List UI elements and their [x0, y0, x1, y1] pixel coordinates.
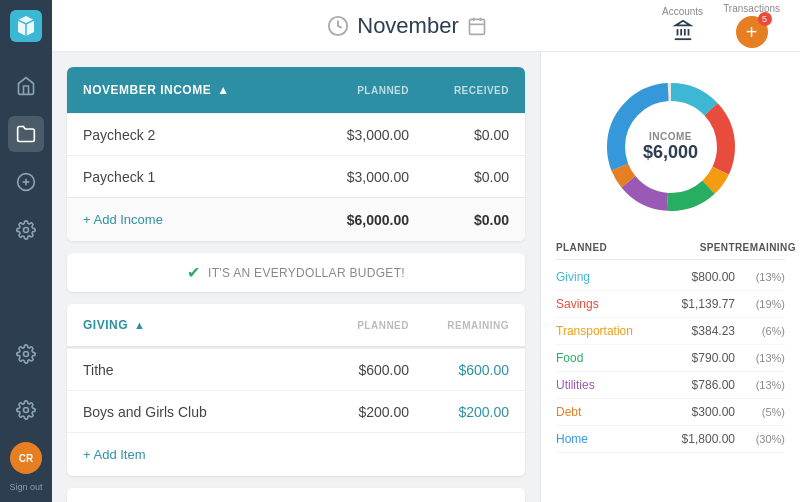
summary-spent-transportation: $384.23	[665, 324, 735, 338]
summary-pct-home: (30%)	[735, 433, 785, 445]
accounts-button[interactable]: Accounts	[662, 6, 703, 45]
donut-amount: $6,000	[643, 142, 698, 162]
giving-chevron-icon[interactable]: ▲	[134, 319, 145, 331]
summary-name-header	[626, 242, 665, 253]
list-item: Debt $300.00 (5%)	[556, 399, 785, 426]
left-panel: NOVEMBER INCOME ▲ PLANNED RECEIVED Paych…	[52, 52, 540, 502]
giving-add-row: + Add Item	[67, 432, 525, 476]
add-giving-link[interactable]: + Add Item	[83, 447, 146, 462]
signout-link[interactable]: Sign out	[9, 482, 42, 492]
row-planned: $200.00	[309, 404, 409, 420]
accounts-label: Accounts	[662, 6, 703, 17]
row-received: $0.00	[409, 127, 509, 143]
calendar-icon[interactable]	[467, 16, 487, 36]
donut-chart: INCOME $6,000	[596, 72, 746, 222]
sidebar-item-home[interactable]	[8, 68, 44, 104]
donut-center-text: INCOME $6,000	[643, 131, 698, 163]
list-item: Transportation $384.23 (6%)	[556, 318, 785, 345]
summary-spent-savings: $1,139.77	[665, 297, 735, 311]
avatar[interactable]: CR	[10, 442, 42, 474]
giving-header: GIVING ▲ PLANNED REMAINING	[67, 304, 525, 348]
sidebar-item-settings1[interactable]	[8, 212, 44, 248]
summary-spent-home: $1,800.00	[665, 432, 735, 446]
summary-remaining-header: REMAINING	[735, 242, 785, 253]
sidebar-item-settings3[interactable]	[8, 392, 44, 428]
add-income-link[interactable]: + Add Income	[83, 212, 309, 227]
calendar-nav-icon	[327, 15, 349, 37]
month-title: November	[357, 13, 458, 39]
transactions-button[interactable]: Transactions + 5	[723, 3, 780, 48]
table-row: Paycheck 1 $3,000.00 $0.00	[67, 155, 525, 197]
donut-income-label: INCOME	[643, 131, 698, 142]
right-panel: INCOME $6,000 PLANNED SPENT REMAINING Gi…	[540, 52, 800, 502]
topbar: November Accounts	[52, 0, 800, 52]
row-planned: $3,000.00	[309, 127, 409, 143]
table-row: Tithe $600.00 $600.00	[67, 348, 525, 390]
bank-icon	[672, 19, 694, 45]
row-name: Paycheck 1	[83, 169, 309, 185]
summary-spent-header: SPENT	[665, 242, 735, 253]
topbar-actions: Accounts Transactions + 5	[662, 3, 780, 48]
svg-point-5	[24, 228, 29, 233]
row-name: Paycheck 2	[83, 127, 309, 143]
income-col-headers: PLANNED RECEIVED	[309, 85, 509, 96]
giving-remaining-header: REMAINING	[409, 320, 509, 331]
add-transaction-button[interactable]: + 5	[736, 16, 768, 48]
summary-pct-transportation: (6%)	[735, 325, 785, 337]
summary-spent-food: $790.00	[665, 351, 735, 365]
summary-cat-transportation: Transportation	[556, 324, 665, 338]
table-row: Boys and Girls Club $200.00 $200.00	[67, 390, 525, 432]
svg-point-6	[24, 352, 29, 357]
list-item: Savings $1,139.77 (19%)	[556, 291, 785, 318]
summary-spent-giving: $800.00	[665, 270, 735, 284]
app-logo[interactable]	[10, 10, 42, 42]
summary-cat-utilities: Utilities	[556, 378, 665, 392]
summary-spent-debt: $300.00	[665, 405, 735, 419]
summary-table: PLANNED SPENT REMAINING Giving $800.00 (…	[556, 242, 785, 453]
summary-pct-giving: (13%)	[735, 271, 785, 283]
chevron-up-icon: ▲	[217, 83, 229, 97]
month-header: November	[327, 13, 486, 39]
main-area: November Accounts	[52, 0, 800, 502]
summary-pct-debt: (5%)	[735, 406, 785, 418]
sidebar-item-settings2[interactable]	[8, 336, 44, 372]
list-item: Home $1,800.00 (30%)	[556, 426, 785, 453]
summary-spent-utilities: $786.00	[665, 378, 735, 392]
sidebar-item-tag[interactable]	[8, 164, 44, 200]
planned-col-header: PLANNED	[309, 85, 409, 96]
summary-cat-giving: Giving	[556, 270, 665, 284]
summary-cat-savings: Savings	[556, 297, 665, 311]
savings-section: SAVINGS ▲ PLANNED REMAINING Emergency Fu…	[67, 488, 525, 502]
income-total-received: $0.00	[409, 212, 509, 228]
giving-header-left: GIVING ▲	[83, 318, 145, 332]
checkmark-icon: ✔	[187, 263, 200, 282]
received-col-header: RECEIVED	[409, 85, 509, 96]
sidebar-item-budget[interactable]	[8, 116, 44, 152]
row-planned: $3,000.00	[309, 169, 409, 185]
summary-pct-utilities: (13%)	[735, 379, 785, 391]
list-item: Utilities $786.00 (13%)	[556, 372, 785, 399]
income-total-planned: $6,000.00	[309, 212, 409, 228]
svg-marker-18	[675, 21, 690, 26]
savings-header: SAVINGS ▲ PLANNED REMAINING	[67, 488, 525, 502]
income-section: NOVEMBER INCOME ▲ PLANNED RECEIVED Paych…	[67, 67, 525, 241]
row-remaining: $200.00	[409, 404, 509, 420]
everydollar-text: IT'S AN EVERYDOLLAR BUDGET!	[208, 266, 405, 280]
giving-planned-header: PLANNED	[309, 320, 409, 331]
list-item: Giving $800.00 (13%)	[556, 264, 785, 291]
summary-cat-debt: Debt	[556, 405, 665, 419]
summary-header: PLANNED SPENT REMAINING	[556, 242, 785, 260]
summary-cat-food: Food	[556, 351, 665, 365]
row-received: $0.00	[409, 169, 509, 185]
row-planned: $600.00	[309, 362, 409, 378]
row-name: Boys and Girls Club	[83, 404, 309, 420]
giving-col-headers: PLANNED REMAINING	[309, 320, 509, 331]
summary-planned-header: PLANNED	[556, 242, 626, 253]
income-title: NOVEMBER INCOME ▲	[83, 83, 230, 97]
svg-rect-9	[469, 19, 484, 34]
row-remaining: $600.00	[409, 362, 509, 378]
row-name: Tithe	[83, 362, 309, 378]
table-row: Paycheck 2 $3,000.00 $0.00	[67, 113, 525, 155]
summary-cat-home: Home	[556, 432, 665, 446]
transactions-label: Transactions	[723, 3, 780, 14]
